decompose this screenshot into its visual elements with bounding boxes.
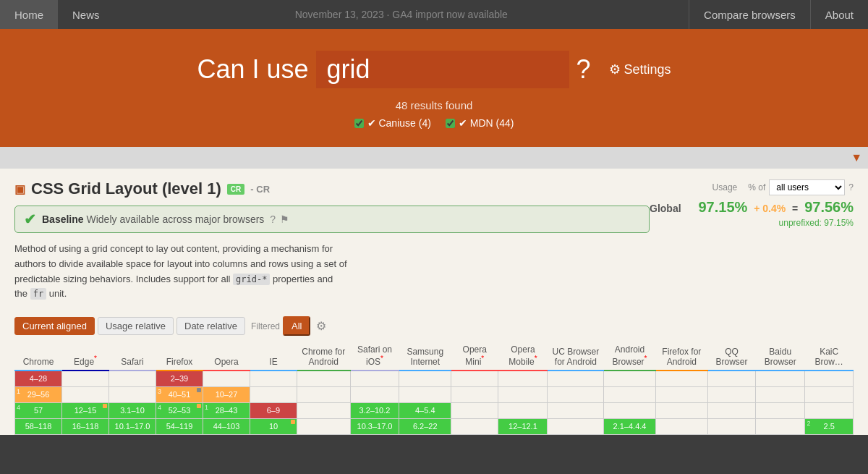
table-cell[interactable]: 58–118 <box>15 418 62 434</box>
filter-mdn[interactable]: ✔ MDN (44) <box>446 117 514 129</box>
baseline-help-icon[interactable]: ? <box>270 213 276 225</box>
global-label: Global <box>650 203 681 214</box>
table-cell <box>805 371 854 386</box>
table-cell <box>805 402 854 418</box>
usage-unprefixed-row: unprefixed: 97.15% <box>650 218 854 228</box>
tab-bar: Current aligned Usage relative Date rela… <box>14 316 854 336</box>
table-cell[interactable]: 3.1–10 <box>109 402 156 418</box>
feature-header: ▣ CSS Grid Layout (level 1) CR - CR ✔ Ba… <box>14 179 854 310</box>
th-kaic: KaiC Brow… <box>805 342 854 371</box>
table-cell <box>350 386 399 402</box>
table-cell <box>399 371 451 386</box>
table-cell[interactable]: 10.3–17.0 <box>350 418 399 434</box>
table-cell[interactable]: 12–15 <box>62 402 109 418</box>
table-cell[interactable]: 2.1–4.4.4 <box>604 418 655 434</box>
global-pct: 97.15% <box>698 199 747 215</box>
table-cell[interactable]: 10.1–17.0 <box>109 418 156 434</box>
filter-icon[interactable]: ▼ <box>851 151 862 164</box>
tab-settings-icon[interactable]: ⚙ <box>316 319 326 333</box>
table-cell <box>756 371 805 386</box>
usage-global-row: Global 97.15% + 0.4% = 97.56% <box>650 199 854 216</box>
filter-checkboxes: ✔ Caniuse (4) ✔ MDN (44) <box>0 117 868 129</box>
th-android-browser: Android Browser* <box>604 342 655 371</box>
table-cell <box>708 371 756 386</box>
table-cell[interactable]: 44–103 <box>203 418 250 434</box>
table-cell[interactable]: 3.2–10.2 <box>350 402 399 418</box>
navbar: Home News November 13, 2023 · GA4 import… <box>0 0 868 29</box>
nav-about[interactable]: About <box>810 0 868 29</box>
table-cell <box>708 402 756 418</box>
table-row: 4–28 2–39 <box>15 371 854 386</box>
table-cell[interactable]: 4–28 <box>15 371 62 386</box>
settings-button[interactable]: ⚙ Settings <box>609 62 671 77</box>
table-cell <box>109 371 156 386</box>
th-firefox-android: Firefox for Android <box>655 342 707 371</box>
table-cell <box>250 371 297 386</box>
table-cell[interactable]: 452–53 <box>156 402 203 418</box>
table-cell[interactable]: 6–9 <box>250 402 297 418</box>
table-cell <box>604 386 655 402</box>
table-cell[interactable]: 6.2–22 <box>399 418 451 434</box>
table-cell <box>655 418 707 434</box>
th-chrome-android: Chrome for Android <box>297 342 351 371</box>
table-row: 58–118 16–118 10.1–17.0 54–119 44–103 10… <box>15 418 854 434</box>
table-cell <box>109 386 156 402</box>
table-cell <box>604 371 655 386</box>
table-cell[interactable]: 16–118 <box>62 418 109 434</box>
table-cell[interactable]: 22.5 <box>805 418 854 434</box>
table-cell[interactable]: 128–43 <box>203 402 250 418</box>
usage-panel: Usage % of all users tracked users ? Glo… <box>650 179 854 228</box>
table-cell <box>350 371 399 386</box>
table-cell <box>62 371 109 386</box>
table-cell <box>548 386 604 402</box>
nav-home[interactable]: Home <box>0 0 58 29</box>
filtered-label: Filtered <box>251 321 280 331</box>
th-firefox: Firefox <box>156 342 203 371</box>
table-cell[interactable]: 12–12.1 <box>498 418 548 434</box>
table-cell[interactable]: 2–39 <box>156 371 203 386</box>
table-cell <box>451 386 498 402</box>
baseline-box: ✔ Baseline Widely available across major… <box>14 206 650 233</box>
plus-label: + 0.4% <box>754 203 786 214</box>
tab-usage-relative[interactable]: Usage relative <box>98 317 174 335</box>
usage-of-label: % of <box>748 182 765 192</box>
table-cell[interactable]: 54–119 <box>156 418 203 434</box>
table-cell[interactable]: 457 <box>15 402 62 418</box>
th-ie: IE <box>250 342 297 371</box>
table-cell[interactable]: 129–56 <box>15 386 62 402</box>
hero-suffix: ? <box>576 54 591 85</box>
filter-bar: ▼ <box>0 147 868 169</box>
table-cell <box>708 418 756 434</box>
feature-description: Method of using a grid concept to lay ou… <box>14 242 347 302</box>
table-cell <box>604 402 655 418</box>
table-cell <box>62 386 109 402</box>
table-cell[interactable]: 10–27 <box>203 386 250 402</box>
table-cell <box>655 371 707 386</box>
browser-header-row: Chrome Edge* Safari Firefox Opera IE Chr… <box>15 342 854 371</box>
table-row: 457 12–15 3.1–10 452–53 128–43 6–9 <box>15 402 854 418</box>
tab-current-aligned[interactable]: Current aligned <box>14 317 95 335</box>
table-cell <box>708 386 756 402</box>
usage-help-icon[interactable]: ? <box>848 182 854 192</box>
filter-caniuse[interactable]: ✔ Caniuse (4) <box>354 117 431 129</box>
nav-news[interactable]: News <box>58 0 114 29</box>
table-cell[interactable]: 10 <box>250 418 297 434</box>
table-cell[interactable]: 4–5.4 <box>399 402 451 418</box>
table-cell <box>498 402 548 418</box>
tab-all[interactable]: All <box>283 316 310 336</box>
baseline-flag-icon[interactable]: ⚑ <box>280 213 289 225</box>
table-cell[interactable]: 340–51 <box>156 386 203 402</box>
th-baidu: Baidu Browser <box>756 342 805 371</box>
bookmark-icon[interactable]: ▣ <box>14 182 25 196</box>
nav-announcement: November 13, 2023 · GA4 import now avail… <box>114 9 689 20</box>
table-cell <box>203 371 250 386</box>
tab-date-relative[interactable]: Date relative <box>176 317 245 335</box>
eq-label: = <box>792 203 798 214</box>
feature-title: ▣ CSS Grid Layout (level 1) CR - CR <box>14 179 650 198</box>
th-samsung: Samsung Internet <box>399 342 451 371</box>
nav-compare-browsers[interactable]: Compare browsers <box>689 0 810 29</box>
usage-select[interactable]: all users tracked users <box>769 179 845 195</box>
feature-cr: - CR <box>250 184 270 195</box>
table-cell <box>756 402 805 418</box>
search-input[interactable] <box>316 51 569 88</box>
